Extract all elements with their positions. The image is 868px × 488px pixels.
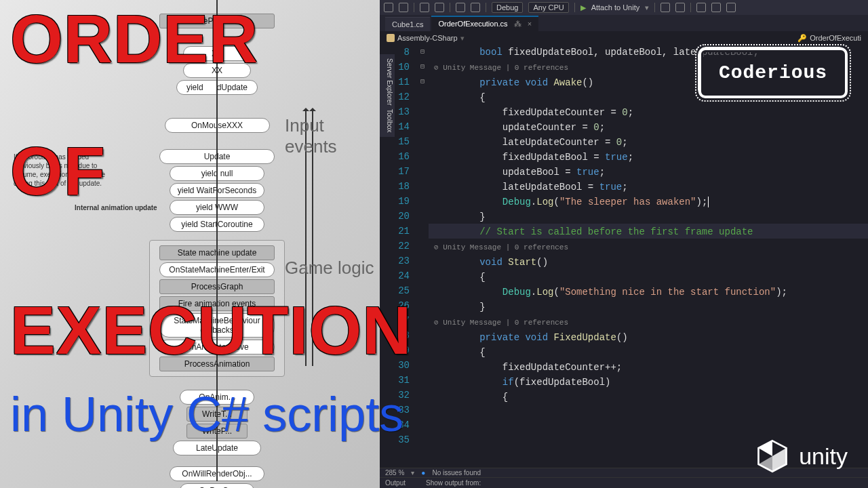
title-order: ORDER <box>10 7 258 71</box>
close-tab-icon[interactable]: × <box>528 20 532 28</box>
tab-cube1[interactable]: Cube1.cs <box>385 17 430 31</box>
redo-icon[interactable] <box>471 3 480 12</box>
tab-orderofexecution[interactable]: OrderOfExecution.cs ⁂ × <box>431 16 538 31</box>
title-subtitle: in Unity C# scripts <box>10 386 403 442</box>
title-of: OF <box>10 139 106 203</box>
attach-button[interactable]: Attach to Unity <box>591 3 640 12</box>
crumb-assembly[interactable]: Assembly-CSharp <box>397 34 458 42</box>
play-icon[interactable]: ▶ <box>580 3 586 12</box>
breadcrumb: Assembly-CSharp ▾ 🔑 OrderOfExecuti <box>380 31 868 45</box>
show-output-from: Show output from: <box>426 479 481 487</box>
tool-icon-1[interactable] <box>660 3 670 12</box>
config-dropdown[interactable]: Debug <box>492 2 523 13</box>
tool-icon-4[interactable] <box>711 3 721 12</box>
close-icon[interactable]: ⁂ <box>514 20 521 28</box>
undo-icon[interactable] <box>456 3 465 12</box>
tool-icon-2[interactable] <box>675 3 685 12</box>
nav-fwd-icon[interactable] <box>399 3 408 12</box>
issues-label[interactable]: No issues found <box>432 469 481 476</box>
code-editor[interactable]: 8101112131415161718192021222324252627282… <box>380 45 868 468</box>
title-execution: EXECUTION <box>10 298 412 363</box>
platform-dropdown[interactable]: Any CPU <box>528 2 568 13</box>
zoom-level[interactable]: 285 % <box>385 469 404 476</box>
save-icon[interactable] <box>420 3 429 12</box>
coderious-logo: Coderious <box>698 47 848 98</box>
svg-marker-1 <box>759 441 773 456</box>
side-tab-server-explorer[interactable]: Server Explorer Toolbox <box>380 54 395 137</box>
label-game-logic: Game logic <box>285 258 374 279</box>
unity-cube-icon <box>754 438 791 474</box>
assembly-icon <box>387 34 395 42</box>
unity-logo: unity <box>754 438 848 474</box>
svg-marker-3 <box>759 456 773 472</box>
node-render-1: OnPreC... <box>180 483 254 488</box>
tool-icon-5[interactable] <box>726 3 736 12</box>
label-input-events: Input events <box>285 115 380 157</box>
crumb-class[interactable]: OrderOfExecuti <box>810 34 861 42</box>
tool-icon-3[interactable] <box>696 3 706 12</box>
output-label: Output <box>385 479 406 487</box>
vs-toolbar: Debug Any CPU ▶ Attach to Unity ▾ <box>380 0 868 15</box>
nav-back-icon[interactable] <box>384 3 393 12</box>
save-all-icon[interactable] <box>435 3 444 12</box>
tab-strip: Cube1.cs OrderOfExecution.cs ⁂ × <box>380 15 868 31</box>
